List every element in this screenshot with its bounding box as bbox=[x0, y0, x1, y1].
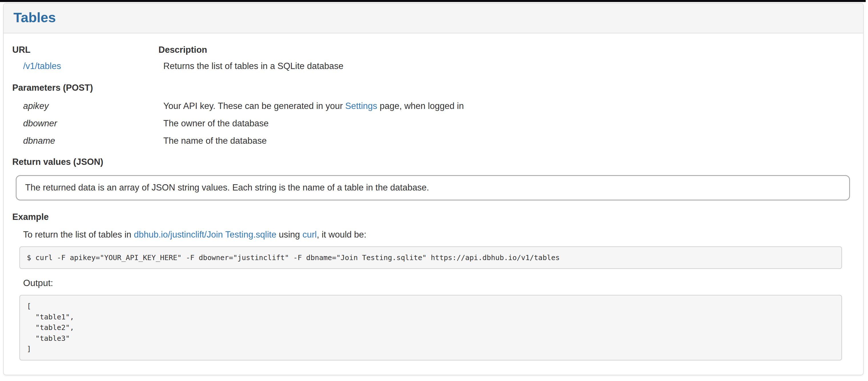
curl-command-block: $ curl -F apikey="YOUR_API_KEY_HERE" -F … bbox=[20, 246, 842, 269]
return-values-heading: Return values (JSON) bbox=[12, 157, 853, 167]
endpoint-link[interactable]: /v1/tables bbox=[23, 61, 61, 71]
description-column-header: Description bbox=[158, 45, 853, 55]
curl-link[interactable]: curl bbox=[302, 230, 317, 240]
param-description-dbname: The name of the database bbox=[158, 136, 853, 146]
table-row: /v1/tables bbox=[12, 61, 158, 71]
example-intro: To return the list of tables in dbhub.io… bbox=[23, 230, 853, 240]
parameters-table: apikey Your API key. These can be genera… bbox=[12, 101, 853, 146]
panel-body: URL Description /v1/tables Returns the l… bbox=[4, 33, 863, 360]
output-label: Output: bbox=[23, 278, 853, 288]
browser-viewport: Tables URL Description /v1/tables Return… bbox=[0, 0, 868, 381]
example-intro-text: To return the list of tables in bbox=[23, 230, 134, 240]
param-description-text: page, when logged in bbox=[377, 101, 464, 111]
example-heading: Example bbox=[12, 212, 853, 222]
return-values-text: The returned data is an array of JSON st… bbox=[25, 182, 429, 193]
settings-link[interactable]: Settings bbox=[345, 101, 377, 111]
param-description-apikey: Your API key. These can be generated in … bbox=[158, 101, 853, 111]
database-link[interactable]: dbhub.io/justinclift/Join Testing.sqlite bbox=[134, 230, 276, 240]
parameters-heading: Parameters (POST) bbox=[12, 83, 853, 93]
return-values-box: The returned data is an array of JSON st… bbox=[16, 175, 850, 201]
param-name-dbowner: dbowner bbox=[12, 118, 158, 129]
param-name-dbname: dbname bbox=[12, 136, 158, 146]
param-name-apikey: apikey bbox=[12, 101, 158, 111]
tables-api-panel: Tables URL Description /v1/tables Return… bbox=[3, 3, 864, 375]
endpoint-table: URL Description /v1/tables Returns the l… bbox=[12, 45, 853, 71]
window-top-edge bbox=[0, 0, 866, 2]
panel-title: Tables bbox=[13, 10, 854, 25]
panel-header: Tables bbox=[4, 3, 863, 33]
param-description-dbowner: The owner of the database bbox=[158, 118, 853, 129]
endpoint-description: Returns the list of tables in a SQLite d… bbox=[158, 61, 853, 71]
output-code-block: [ "table1", "table2", "table3" ] bbox=[20, 295, 842, 360]
url-column-header: URL bbox=[12, 45, 158, 55]
example-intro-text: , it would be: bbox=[317, 230, 366, 240]
example-intro-text: using bbox=[276, 230, 302, 240]
param-description-text: Your API key. These can be generated in … bbox=[163, 101, 345, 111]
